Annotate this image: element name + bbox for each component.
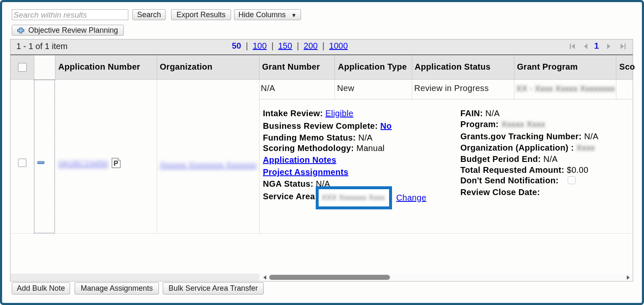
svg-text:P: P <box>114 160 118 167</box>
